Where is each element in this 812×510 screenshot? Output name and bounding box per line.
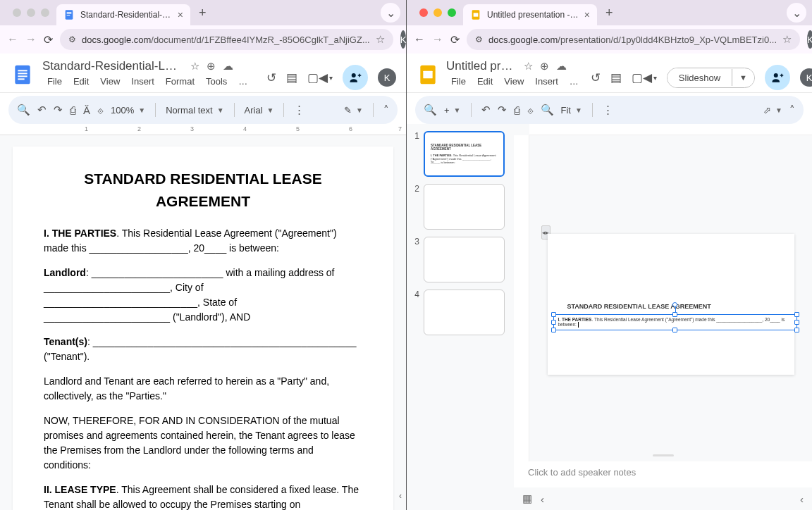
star-icon[interactable]: ☆ bbox=[190, 60, 199, 73]
tab-close-icon[interactable]: × bbox=[178, 9, 183, 20]
tab-overflow-button[interactable]: ⌄ bbox=[381, 3, 400, 23]
traffic-close[interactable] bbox=[419, 8, 428, 17]
site-info-icon[interactable]: ⚙ bbox=[68, 35, 76, 44]
site-info-icon[interactable]: ⚙ bbox=[475, 35, 483, 44]
new-tab-button[interactable]: + bbox=[600, 6, 619, 20]
browser-tab[interactable]: Standard-Residential-Lease- × bbox=[56, 4, 190, 25]
profile-avatar[interactable]: K bbox=[807, 30, 812, 49]
resize-handle[interactable] bbox=[672, 312, 677, 317]
style-select[interactable]: Normal text▼ bbox=[166, 105, 223, 116]
meet-icon[interactable]: ▢◀ ▾ bbox=[307, 70, 333, 85]
resize-handle[interactable] bbox=[794, 328, 799, 332]
docs-logo-icon[interactable] bbox=[10, 62, 35, 87]
forward-button[interactable]: → bbox=[25, 33, 37, 46]
new-tab-button[interactable]: + bbox=[193, 6, 212, 20]
forward-button[interactable]: → bbox=[432, 33, 443, 46]
slide-thumbnail-panel[interactable]: 1 STANDARD RESIDENTIAL LEASE AGREEMENTI.… bbox=[407, 124, 514, 510]
search-icon[interactable]: 🔍 bbox=[17, 104, 30, 116]
menu-file[interactable]: File bbox=[446, 75, 471, 88]
collapse-panel-icon[interactable]: ˄ bbox=[789, 104, 795, 116]
resize-handle[interactable] bbox=[551, 312, 556, 317]
slideshow-dropdown[interactable]: ▼ bbox=[732, 69, 754, 86]
traffic-max[interactable] bbox=[41, 8, 49, 17]
presentation-title[interactable]: Untitled pres... bbox=[446, 59, 517, 73]
document-title[interactable]: Standard-Residential-Lease-A... bbox=[42, 59, 183, 73]
collapse-panel-icon[interactable]: ˄ bbox=[383, 104, 389, 116]
bookmark-star-icon[interactable]: ☆ bbox=[782, 33, 792, 46]
slides-logo-icon[interactable] bbox=[417, 62, 439, 87]
slide-textbox-selected[interactable]: I. THE PARTIES. This Residential Lease A… bbox=[553, 314, 797, 330]
toolbar-more-icon[interactable]: ⋮ bbox=[603, 104, 613, 116]
pointer-mode-select[interactable]: ⬀ ▼ bbox=[763, 105, 782, 116]
star-icon[interactable]: ☆ bbox=[524, 60, 533, 73]
menu-view[interactable]: View bbox=[499, 75, 529, 88]
editing-mode-select[interactable]: ✎ ▼ bbox=[344, 105, 363, 116]
comments-icon[interactable]: ▤ bbox=[610, 70, 622, 85]
horizontal-ruler[interactable] bbox=[529, 124, 812, 135]
slide-thumbnail-4[interactable] bbox=[424, 290, 505, 335]
resize-handle[interactable] bbox=[794, 320, 799, 325]
resize-handle[interactable] bbox=[551, 328, 556, 332]
slide-page[interactable]: STANDARD RESIDENTIAL LEASE AGREEMENT I bbox=[548, 234, 794, 375]
menu-format[interactable]: Format bbox=[161, 75, 199, 88]
document-canvas[interactable]: STANDARD RESIDENTIAL LEASE AGREEMENT I. … bbox=[0, 135, 406, 510]
slideshow-button[interactable]: Slideshow bbox=[668, 68, 732, 87]
tab-close-icon[interactable]: × bbox=[584, 9, 590, 20]
account-avatar[interactable]: K bbox=[378, 68, 396, 87]
back-button[interactable]: ← bbox=[414, 33, 425, 46]
menu-more[interactable]: … bbox=[233, 75, 252, 88]
speaker-notes-resize-handle[interactable] bbox=[653, 454, 674, 456]
fit-select[interactable]: Fit ▼ bbox=[561, 105, 582, 116]
menu-edit[interactable]: Edit bbox=[472, 75, 498, 88]
slide-thumbnail-1[interactable]: STANDARD RESIDENTIAL LEASE AGREEMENTI. T… bbox=[424, 131, 505, 177]
comments-icon[interactable]: ▤ bbox=[286, 70, 297, 85]
tab-overflow-button[interactable]: ⌄ bbox=[787, 3, 806, 23]
menu-tools[interactable]: Tools bbox=[201, 75, 232, 88]
history-icon[interactable]: ↺ bbox=[266, 70, 276, 85]
redo-icon[interactable]: ↷ bbox=[498, 104, 507, 116]
vertical-ruler[interactable] bbox=[514, 135, 529, 461]
grid-view-icon[interactable]: ▦ bbox=[522, 492, 532, 505]
document-page[interactable]: STANDARD RESIDENTIAL LEASE AGREEMENT I. … bbox=[13, 147, 393, 510]
collapse-icon[interactable]: ‹ bbox=[541, 493, 544, 505]
slide-title[interactable]: STANDARD RESIDENTIAL LEASE AGREEMENT bbox=[567, 303, 711, 310]
profile-avatar[interactable]: K bbox=[400, 30, 407, 49]
cloud-status-icon[interactable]: ☁ bbox=[556, 60, 567, 73]
slide-thumbnail-3[interactable] bbox=[424, 237, 505, 282]
resize-handle[interactable] bbox=[672, 328, 677, 332]
slide-thumbnail-2[interactable] bbox=[424, 184, 505, 230]
reload-button[interactable]: ⟳ bbox=[450, 33, 460, 46]
speaker-notes[interactable]: Click to add speaker notes bbox=[514, 458, 812, 487]
rotate-handle[interactable] bbox=[672, 302, 677, 307]
resize-handle[interactable] bbox=[794, 312, 799, 317]
traffic-close[interactable] bbox=[13, 8, 21, 17]
traffic-max[interactable] bbox=[448, 8, 456, 17]
traffic-min[interactable] bbox=[27, 8, 35, 17]
back-button[interactable]: ← bbox=[7, 33, 18, 46]
toolbar-more-icon[interactable]: ⋮ bbox=[294, 104, 304, 116]
horizontal-ruler[interactable]: 1 2 3 4 5 6 7 bbox=[0, 124, 406, 135]
zoom-select[interactable]: 100%▼ bbox=[111, 105, 145, 116]
search-icon[interactable]: 🔍 bbox=[424, 104, 437, 116]
share-button[interactable] bbox=[765, 65, 790, 90]
menu-file[interactable]: File bbox=[42, 75, 67, 88]
menu-view[interactable]: View bbox=[95, 75, 125, 88]
font-select[interactable]: Arial▼ bbox=[245, 105, 274, 116]
slide-canvas[interactable]: ◂▸ STANDARD RESIDENTIAL LEASE AGREEMENT bbox=[529, 135, 812, 461]
url-input[interactable]: ⚙ docs.google.com/document/d/1FZBffee4IY… bbox=[60, 29, 393, 50]
history-icon[interactable]: ↺ bbox=[591, 70, 601, 85]
bookmark-star-icon[interactable]: ☆ bbox=[376, 33, 385, 46]
menu-more[interactable]: … bbox=[565, 75, 584, 88]
paint-format-icon[interactable]: ⟐ bbox=[97, 104, 104, 116]
side-panel-collapse-icon[interactable]: ‹ bbox=[395, 487, 406, 504]
menu-edit[interactable]: Edit bbox=[68, 75, 94, 88]
meet-icon[interactable]: ▢◀ ▾ bbox=[632, 70, 657, 85]
undo-icon[interactable]: ↶ bbox=[37, 104, 47, 116]
url-input[interactable]: ⚙ docs.google.com/presentation/d/1py0ldd… bbox=[467, 29, 800, 50]
reload-button[interactable]: ⟳ bbox=[44, 33, 53, 46]
share-button[interactable] bbox=[343, 65, 368, 90]
print-icon[interactable]: ⎙ bbox=[514, 104, 520, 116]
resize-handle[interactable] bbox=[551, 320, 556, 325]
paint-format-icon[interactable]: ⟐ bbox=[527, 104, 534, 116]
explore-icon[interactable]: ‹ bbox=[800, 493, 804, 505]
